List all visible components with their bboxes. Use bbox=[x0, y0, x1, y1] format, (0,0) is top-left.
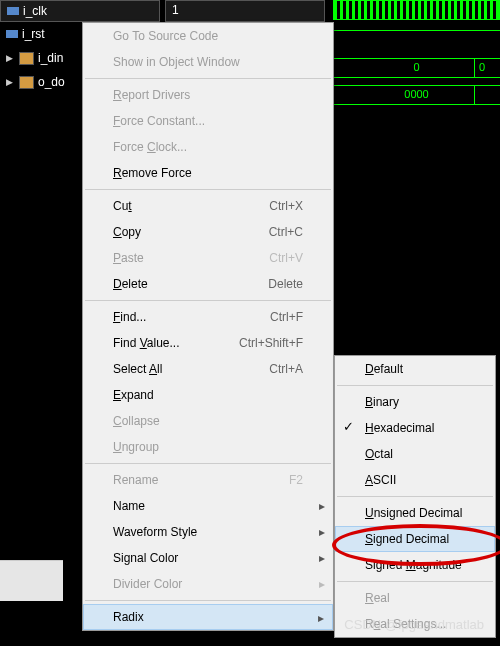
signal-label: i_din bbox=[38, 51, 63, 65]
menu-item-ungroup: Ungroup bbox=[83, 434, 333, 460]
menu-item-default[interactable]: Default bbox=[335, 356, 495, 382]
port-icon bbox=[19, 76, 34, 89]
menu-item-find[interactable]: Find...Ctrl+F bbox=[83, 304, 333, 330]
signal-label: i_clk bbox=[23, 4, 47, 18]
menu-item-delete[interactable]: DeleteDelete bbox=[83, 271, 333, 297]
shortcut-label: Ctrl+X bbox=[269, 199, 303, 213]
waveform-area[interactable]: 0 0 0000 bbox=[333, 0, 500, 100]
menu-item-name[interactable]: Name▸ bbox=[83, 493, 333, 519]
menu-item-show-in-object-window: Show in Object Window bbox=[83, 49, 333, 75]
wave-rst bbox=[333, 30, 500, 51]
shortcut-label: Ctrl+F bbox=[270, 310, 303, 324]
menu-item-octal[interactable]: Octal bbox=[335, 441, 495, 467]
wave-value-alt: 0 bbox=[479, 61, 485, 73]
chevron-right-icon: ▸ bbox=[318, 611, 324, 625]
menu-separator bbox=[337, 385, 493, 386]
menu-item-divider-color: Divider Color▸ bbox=[83, 571, 333, 597]
chevron-right-icon: ▸ bbox=[319, 499, 325, 513]
menu-separator bbox=[85, 78, 331, 79]
shortcut-label: Ctrl+Shift+F bbox=[239, 336, 303, 350]
menu-item-hexadecimal[interactable]: Hexadecimal✓ bbox=[335, 415, 495, 441]
menu-item-signal-color[interactable]: Signal Color▸ bbox=[83, 545, 333, 571]
menu-item-paste: PasteCtrl+V bbox=[83, 245, 333, 271]
shortcut-label: Ctrl+V bbox=[269, 251, 303, 265]
menu-separator bbox=[85, 600, 331, 601]
wave-dout: 0000 bbox=[333, 85, 500, 105]
signal-label: o_do bbox=[38, 75, 65, 89]
menu-item-force-clock: Force Clock... bbox=[83, 134, 333, 160]
menu-separator bbox=[337, 496, 493, 497]
chevron-right-icon[interactable]: ▶ bbox=[6, 53, 15, 63]
port-icon bbox=[19, 52, 34, 65]
context-menu[interactable]: Go To Source CodeShow in Object WindowRe… bbox=[82, 22, 334, 631]
chevron-right-icon: ▸ bbox=[319, 551, 325, 565]
menu-item-go-to-source-code: Go To Source Code bbox=[83, 23, 333, 49]
menu-item-waveform-style[interactable]: Waveform Style▸ bbox=[83, 519, 333, 545]
menu-item-report-drivers: Report Drivers bbox=[83, 82, 333, 108]
menu-item-real: Real bbox=[335, 585, 495, 611]
wave-clk bbox=[333, 0, 500, 20]
wire-icon bbox=[7, 7, 19, 15]
chevron-right-icon: ▸ bbox=[319, 525, 325, 539]
menu-separator bbox=[85, 463, 331, 464]
signal-label: i_rst bbox=[22, 27, 45, 41]
radix-submenu[interactable]: DefaultBinaryHexadecimal✓OctalASCIIUnsig… bbox=[334, 355, 496, 638]
menu-item-signed-decimal[interactable]: Signed Decimal bbox=[335, 526, 495, 552]
menu-item-unsigned-decimal[interactable]: Unsigned Decimal bbox=[335, 500, 495, 526]
shortcut-label: Delete bbox=[268, 277, 303, 291]
chevron-right-icon[interactable]: ▶ bbox=[6, 77, 15, 87]
menu-item-force-constant: Force Constant... bbox=[83, 108, 333, 134]
shortcut-label: Ctrl+C bbox=[269, 225, 303, 239]
menu-separator bbox=[85, 189, 331, 190]
menu-item-select-all[interactable]: Select AllCtrl+A bbox=[83, 356, 333, 382]
menu-item-find-value[interactable]: Find Value...Ctrl+Shift+F bbox=[83, 330, 333, 356]
shortcut-label: F2 bbox=[289, 473, 303, 487]
panel-footer bbox=[0, 560, 63, 601]
menu-item-copy[interactable]: CopyCtrl+C bbox=[83, 219, 333, 245]
check-icon: ✓ bbox=[343, 420, 354, 434]
menu-item-collapse: Collapse bbox=[83, 408, 333, 434]
signal-row-clk[interactable]: i_clk bbox=[0, 0, 160, 22]
menu-item-remove-force[interactable]: Remove Force bbox=[83, 160, 333, 186]
menu-item-signed-magnitude[interactable]: Signed Magnitude bbox=[335, 552, 495, 578]
menu-separator bbox=[337, 581, 493, 582]
menu-item-cut[interactable]: CutCtrl+X bbox=[83, 193, 333, 219]
wave-value: 0000 bbox=[404, 88, 428, 100]
chevron-right-icon: ▸ bbox=[319, 577, 325, 591]
menu-item-radix[interactable]: Radix▸ bbox=[83, 604, 333, 630]
menu-item-ascii[interactable]: ASCII bbox=[335, 467, 495, 493]
menu-item-real-settings: Real Settings... bbox=[335, 611, 495, 637]
wire-icon bbox=[6, 30, 18, 38]
menu-separator bbox=[85, 300, 331, 301]
shortcut-label: Ctrl+A bbox=[269, 362, 303, 376]
menu-item-rename: RenameF2 bbox=[83, 467, 333, 493]
wave-din: 0 0 bbox=[333, 58, 500, 78]
menu-item-expand[interactable]: Expand bbox=[83, 382, 333, 408]
value-clk: 1 bbox=[165, 0, 325, 22]
menu-item-binary[interactable]: Binary bbox=[335, 389, 495, 415]
wave-value: 0 bbox=[413, 61, 419, 73]
